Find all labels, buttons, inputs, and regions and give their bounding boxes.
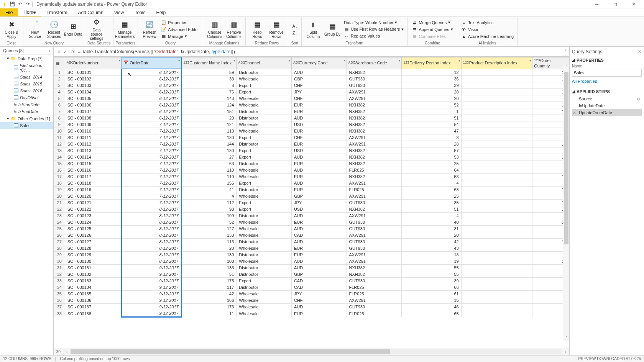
filter-icon[interactable]: ▾ bbox=[119, 59, 121, 62]
filter-icon[interactable]: ▾ bbox=[458, 59, 460, 62]
save-icon[interactable]: 💾 bbox=[9, 1, 15, 7]
cancel-formula-icon[interactable]: ✕ bbox=[57, 49, 61, 54]
table-row[interactable]: 33SO - 0001339-12-2017175ExportCADGUT930… bbox=[54, 278, 569, 284]
table-row[interactable]: 20SO - 0001207-12-20174WholesaleGBPAXW29… bbox=[54, 193, 569, 200]
tab-add-column[interactable]: Add Column bbox=[73, 8, 109, 16]
fx-icon[interactable]: fx bbox=[71, 49, 75, 54]
table-row[interactable]: 27SO - 0001278-12-2017116DistributorAUDG… bbox=[54, 239, 569, 245]
sort-desc-button[interactable]: Z↓ bbox=[291, 30, 299, 36]
vertical-scrollbar[interactable]: ˄ ˅ bbox=[563, 65, 569, 341]
gear-icon[interactable]: ⚙ bbox=[637, 97, 640, 101]
table-row[interactable]: 35SO - 0001359-12-201742WholesaleJPYFLR0… bbox=[54, 291, 569, 297]
recent-sources-button[interactable]: 🕓Recent Sources bbox=[45, 18, 63, 41]
scroll-left-icon[interactable]: ‹ bbox=[63, 349, 71, 354]
minimize-button[interactable]: ─ bbox=[591, 2, 603, 7]
filter-icon[interactable]: ▾ bbox=[399, 59, 401, 62]
remove-columns-button[interactable]: ▥Remove Columns bbox=[225, 18, 243, 41]
table-row[interactable]: 7SO - 0001076-12-2017151DistributorEURNX… bbox=[54, 108, 569, 115]
all-properties-link[interactable]: All Properties bbox=[572, 79, 642, 84]
table-row[interactable]: 34SO - 0001349-12-2017117DistributorCADF… bbox=[54, 284, 569, 291]
table-row[interactable]: 21SO - 0001217-12-2017112ExportJPYGUT930… bbox=[54, 200, 569, 206]
table-row[interactable]: 5SO - 0001056-12-2017143WholesaleCHFAXW2… bbox=[54, 95, 569, 102]
merge-queries-button[interactable]: ⬓Merge Queries ▾ bbox=[410, 20, 455, 26]
query-item[interactable]: FileLocation (C:\... bbox=[0, 62, 53, 74]
table-row[interactable]: 12SO - 0001127-12-2017144DistributorEURA… bbox=[54, 141, 569, 147]
tab-view[interactable]: View bbox=[109, 8, 130, 16]
step-fxupdatedate[interactable]: fxUpdateDate bbox=[572, 102, 642, 109]
filter-icon[interactable]: ▾ bbox=[289, 59, 291, 62]
append-queries-button[interactable]: ⬒Append Queries ▾ bbox=[410, 26, 455, 33]
step-updateorderdate[interactable]: ✕UpdateOrderDate bbox=[572, 109, 642, 116]
scroll-right-icon[interactable]: › bbox=[562, 349, 569, 354]
tab-help[interactable]: Help bbox=[151, 8, 171, 16]
table-corner[interactable]: ▦ bbox=[54, 57, 65, 69]
table-row[interactable]: 11SO - 0001117-12-2017130ExportCHFAXW291… bbox=[54, 134, 569, 141]
maximize-button[interactable]: ◻ bbox=[610, 2, 621, 7]
scroll-up-icon[interactable]: ˄ bbox=[565, 65, 567, 71]
table-row[interactable]: 18SO - 0001187-12-2017156ExportAUDAXW291… bbox=[54, 180, 569, 187]
table-row[interactable]: 23SO - 0001238-12-2017109DistributorAUDA… bbox=[54, 213, 569, 219]
advanced-editor-button[interactable]: 📝Advanced Editor bbox=[159, 26, 200, 33]
table-row[interactable]: 13SO - 0001137-12-2017130ExportUSDNXH382… bbox=[54, 147, 569, 154]
file-menu[interactable]: File bbox=[0, 8, 18, 16]
query-group-data-prep[interactable]: ▾📁Data Prep [7] bbox=[0, 55, 53, 62]
query-item[interactable]: fxfxEndDate bbox=[0, 108, 53, 115]
replace-values-button[interactable]: ↔Replace Values bbox=[342, 33, 405, 39]
filter-icon[interactable]: ▾ bbox=[344, 59, 346, 62]
table-row[interactable]: 14SO - 0001147-12-201727ExportAUDNXH3825… bbox=[54, 154, 569, 161]
col-header-warehouse[interactable]: ABCWarehouse Code▾ bbox=[347, 57, 402, 69]
table-row[interactable]: 15SO - 0001157-12-201763DistributorEURNX… bbox=[54, 161, 569, 167]
table-row[interactable]: 17SO - 0001177-12-2017110WholesaleEURNXH… bbox=[54, 174, 569, 180]
table-row[interactable]: 4SO - 0001046-12-201776ExportJPYAXW29120… bbox=[54, 89, 569, 95]
query-item[interactable]: Sales_2016 bbox=[0, 87, 53, 94]
table-row[interactable]: 10SO - 0001107-12-2017110WholesaleEURNXH… bbox=[54, 128, 569, 134]
filter-icon[interactable]: ▾ bbox=[233, 59, 235, 62]
collapse-queries-icon[interactable]: ‹ bbox=[49, 48, 50, 53]
table-row[interactable]: 30SO - 0001308-12-2017103WholesaleAUDAXW… bbox=[54, 258, 569, 265]
filter-icon[interactable]: ▾ bbox=[178, 59, 180, 62]
tab-transform[interactable]: Transform bbox=[41, 8, 72, 16]
manage-parameters-button[interactable]: ▦Manage Parameters bbox=[116, 18, 134, 41]
table-row[interactable]: 19SO - 0001197-12-201741DistributorEURFL… bbox=[54, 187, 569, 193]
close-settings-icon[interactable]: ✕ bbox=[638, 49, 642, 54]
query-item[interactable]: Sales_2015 bbox=[0, 80, 53, 87]
query-item[interactable]: DayOffset bbox=[0, 94, 53, 101]
sort-asc-button[interactable]: A↓ bbox=[291, 23, 299, 29]
table-row[interactable]: 25SO - 0001258-12-2017127WholesaleAUDGUT… bbox=[54, 226, 569, 232]
table-row[interactable]: 3SO - 0001036-12-20178ExportCHFGUT930395 bbox=[54, 82, 569, 89]
query-name-input[interactable] bbox=[572, 69, 642, 77]
redo-icon[interactable]: ↷ bbox=[25, 1, 31, 7]
table-row[interactable]: 31SO - 0001319-12-2017133DistributorAUDN… bbox=[54, 265, 569, 271]
query-item[interactable]: Sales_2014 bbox=[0, 74, 53, 80]
data-grid[interactable]: ▦ ABCOrderNumber▾ 📅OrderDate▾ 123Custome… bbox=[54, 57, 569, 348]
split-column-button[interactable]: ⫿Split Column bbox=[304, 18, 322, 41]
table-row[interactable]: 8SO - 0001086-12-201720DistributorAUDNXH… bbox=[54, 115, 569, 121]
close-button[interactable]: ✕ bbox=[628, 2, 639, 7]
query-item-sales[interactable]: Sales bbox=[0, 122, 53, 129]
table-row[interactable]: 28SO - 0001288-12-201720WholesaleEURGUT9… bbox=[54, 245, 569, 252]
step-source[interactable]: Source⚙ bbox=[572, 95, 642, 102]
table-row[interactable]: 24SO - 0001248-12-201752WholesaleEURGUT9… bbox=[54, 219, 569, 226]
tab-tools[interactable]: Tools bbox=[129, 8, 151, 16]
close-apply-button[interactable]: ✖Close & Apply bbox=[2, 18, 21, 41]
data-type-button[interactable]: Data Type: Whole Number ▾ bbox=[342, 20, 405, 25]
enter-data-button[interactable]: ⊞Enter Data bbox=[64, 18, 82, 41]
applied-steps-section[interactable]: ◢ APPLIED STEPS bbox=[572, 89, 642, 94]
expand-formula-icon[interactable]: ˅ bbox=[565, 49, 567, 54]
col-header-ordernumber[interactable]: ABCOrderNumber▾ bbox=[65, 57, 122, 69]
horizontal-scrollbar[interactable]: 39 ‹ › bbox=[54, 348, 569, 355]
query-group-other[interactable]: ▾📁Other Queries [1] bbox=[0, 115, 53, 122]
vision-button[interactable]: 👁Vision bbox=[460, 26, 515, 33]
first-row-headers-button[interactable]: ▤Use First Row as Headers ▾ bbox=[342, 26, 405, 32]
query-item[interactable]: fxfxStartDate bbox=[0, 101, 53, 108]
azure-ml-button[interactable]: ▲Azure Machine Learning bbox=[460, 33, 515, 39]
filter-icon[interactable]: ▾ bbox=[529, 59, 531, 62]
table-row[interactable]: 26SO - 0001268-12-2017133WholesaleCADAXW… bbox=[54, 232, 569, 239]
scroll-thumb[interactable] bbox=[564, 72, 568, 244]
hscroll-thumb[interactable] bbox=[71, 349, 390, 354]
table-row[interactable]: 1SO - 0001016-12-201759DistributorAUDNXH… bbox=[54, 69, 569, 76]
col-header-product[interactable]: 123Product Description Index▾ bbox=[461, 57, 532, 69]
manage-button[interactable]: ▦Manage ▾ bbox=[159, 33, 200, 39]
col-header-customer[interactable]: 123Customer Name Index▾ bbox=[181, 57, 237, 69]
choose-columns-button[interactable]: ▥Choose Columns bbox=[205, 18, 224, 41]
